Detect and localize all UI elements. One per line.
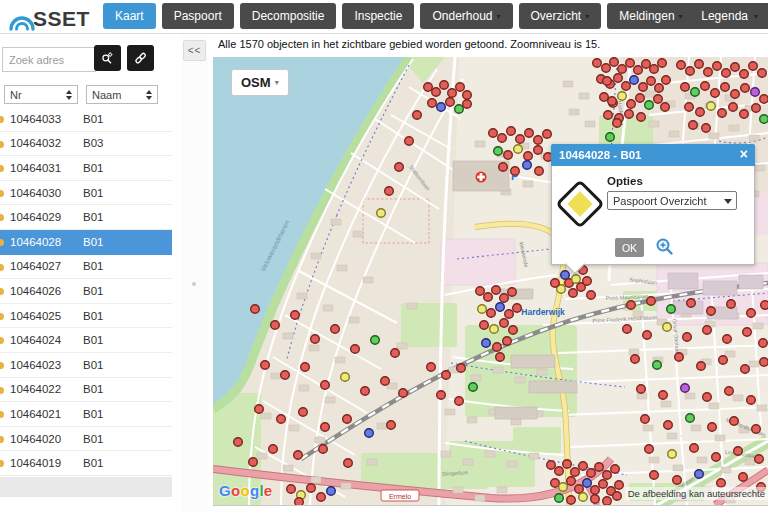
- map-marker[interactable]: [551, 279, 560, 288]
- map-marker[interactable]: [697, 362, 706, 371]
- list-item[interactable]: 10464020B01: [0, 427, 172, 452]
- map-marker[interactable]: [752, 104, 761, 113]
- list-item[interactable]: 10464025B01: [0, 304, 172, 329]
- map-marker[interactable]: [432, 88, 441, 97]
- map-marker[interactable]: [634, 66, 643, 75]
- map-marker[interactable]: [395, 163, 404, 172]
- map-marker[interactable]: [269, 445, 278, 454]
- map-marker[interactable]: [498, 134, 507, 143]
- map-marker[interactable]: [428, 99, 437, 108]
- map-marker[interactable]: [456, 83, 465, 92]
- map-marker[interactable]: [391, 349, 400, 358]
- map-marker[interactable]: [507, 127, 516, 136]
- map-marker[interactable]: [627, 301, 636, 310]
- map-marker[interactable]: [650, 65, 659, 74]
- list-item[interactable]: 10464024B01: [0, 328, 172, 353]
- map-marker[interactable]: [639, 83, 648, 92]
- map-marker[interactable]: [271, 321, 280, 330]
- map-marker[interactable]: [503, 337, 512, 346]
- map-marker[interactable]: [760, 95, 768, 104]
- map-marker[interactable]: [614, 74, 623, 83]
- map-marker[interactable]: [641, 415, 650, 424]
- map-marker[interactable]: [484, 293, 493, 302]
- map-marker[interactable]: [513, 304, 522, 313]
- map-marker[interactable]: [427, 363, 436, 372]
- map-marker[interactable]: [722, 69, 731, 78]
- tab-inspectie[interactable]: Inspectie: [342, 3, 414, 29]
- map-marker[interactable]: [455, 397, 464, 406]
- map-canvas[interactable]: P Ermelo VeluwerandmerenHarderwijkSophia…: [213, 57, 768, 505]
- map-marker[interactable]: [603, 471, 612, 480]
- map-marker[interactable]: [317, 493, 326, 502]
- map-marker[interactable]: [555, 467, 564, 476]
- map-marker[interactable]: [572, 275, 581, 284]
- map-marker[interactable]: [637, 385, 646, 394]
- map-marker[interactable]: [681, 83, 690, 92]
- map-marker[interactable]: [365, 429, 374, 438]
- close-icon[interactable]: ×: [740, 146, 748, 163]
- map-marker[interactable]: [343, 415, 352, 424]
- options-select[interactable]: Paspoort Overzicht: [607, 191, 737, 210]
- tab-onderhoud[interactable]: Onderhoud▾: [420, 3, 512, 29]
- tab-overzicht[interactable]: Overzicht▾: [519, 3, 602, 29]
- map-marker[interactable]: [707, 307, 716, 316]
- map-marker[interactable]: [643, 331, 652, 340]
- map-marker[interactable]: [681, 384, 690, 393]
- map-marker[interactable]: [307, 484, 316, 493]
- map-marker[interactable]: [442, 371, 451, 380]
- map-marker[interactable]: [463, 91, 472, 100]
- map-marker[interactable]: [625, 110, 634, 119]
- map-marker[interactable]: [321, 423, 330, 432]
- map-marker[interactable]: [730, 417, 739, 426]
- map-marker[interactable]: [687, 299, 696, 308]
- map-marker[interactable]: [690, 444, 699, 453]
- map-marker[interactable]: [653, 361, 662, 370]
- list-item[interactable]: 10464022B01: [0, 378, 172, 403]
- list-item[interactable]: 10464028B01: [0, 230, 172, 255]
- map-marker[interactable]: [547, 461, 556, 470]
- map-marker[interactable]: [591, 486, 600, 495]
- map-marker[interactable]: [713, 62, 722, 71]
- map-marker[interactable]: [654, 95, 663, 104]
- map-marker[interactable]: [740, 70, 749, 79]
- map-marker[interactable]: [440, 81, 449, 90]
- map-marker[interactable]: [299, 408, 308, 417]
- map-marker[interactable]: [344, 459, 353, 468]
- map-marker[interactable]: [525, 129, 534, 138]
- map-marker[interactable]: [708, 423, 717, 432]
- map-marker[interactable]: [747, 309, 756, 318]
- map-marker[interactable]: [650, 471, 659, 480]
- map-marker[interactable]: [749, 62, 758, 71]
- map-marker[interactable]: [642, 60, 651, 69]
- map-marker[interactable]: [482, 339, 491, 348]
- map-marker[interactable]: [606, 133, 615, 142]
- map-marker[interactable]: [662, 76, 671, 85]
- map-marker[interactable]: [675, 353, 684, 362]
- map-marker[interactable]: [673, 476, 682, 485]
- map-marker[interactable]: [583, 479, 592, 488]
- map-marker[interactable]: [487, 309, 496, 318]
- map-marker[interactable]: [571, 468, 580, 477]
- map-marker[interactable]: [611, 465, 620, 474]
- column-header-naam[interactable]: Naam: [86, 85, 158, 104]
- map-marker[interactable]: [437, 391, 446, 400]
- map-marker[interactable]: [387, 421, 396, 430]
- map-marker[interactable]: [630, 76, 639, 85]
- list-item[interactable]: 10464027B01: [0, 255, 172, 280]
- list-item[interactable]: 10464031B01: [0, 156, 172, 181]
- link-button[interactable]: [127, 45, 154, 71]
- map-marker[interactable]: [469, 383, 478, 392]
- list-item[interactable]: 10464032B03: [0, 132, 172, 157]
- map-marker[interactable]: [448, 89, 457, 98]
- map-marker[interactable]: [516, 135, 525, 144]
- map-marker[interactable]: [637, 113, 646, 122]
- map-marker[interactable]: [759, 339, 768, 348]
- map-marker[interactable]: [741, 365, 750, 374]
- map-marker[interactable]: [647, 77, 656, 86]
- map-marker[interactable]: [717, 479, 726, 488]
- map-marker[interactable]: [703, 326, 712, 335]
- map-marker[interactable]: [608, 97, 617, 106]
- map-marker[interactable]: [659, 391, 668, 400]
- map-marker[interactable]: [683, 333, 692, 342]
- map-marker[interactable]: [509, 326, 518, 335]
